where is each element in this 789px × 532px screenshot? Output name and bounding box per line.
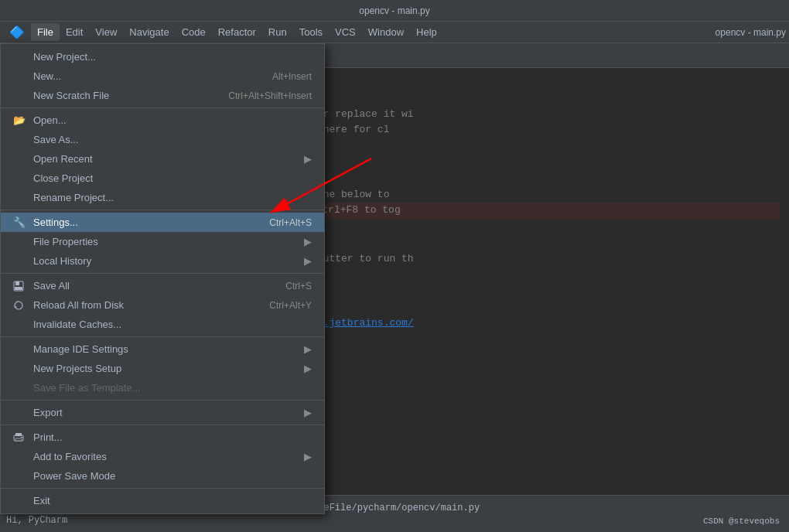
menu-run[interactable]: Run [262,23,293,41]
new-shortcut: Alt+Insert [272,71,312,82]
new-scratch-label: New Scratch File [33,90,109,101]
bottom-line-2: Hi, PyCharm [6,515,783,526]
reload-all-label: Reload All from Disk [33,299,124,311]
local-history-arrow: ▶ [304,255,312,267]
separator-2 [1,210,324,210]
new-scratch-shortcut: Ctrl+Alt+Shift+Insert [228,90,312,101]
invalidate-label: Invalidate Caches... [33,319,121,330]
menu-navigate[interactable]: Navigate [123,23,175,41]
menu-item-settings[interactable]: 🔧 Settings... Ctrl+Alt+S [1,213,324,232]
export-label: Export [33,407,63,418]
menu-item-new-scratch[interactable]: New Scratch File Ctrl+Alt+Shift+Insert [1,86,324,105]
menu-item-manage-ide[interactable]: Manage IDE Settings ▶ [1,339,324,359]
menu-item-file-properties[interactable]: File Properties ▶ [1,232,324,251]
menu-help[interactable]: Help [410,23,443,41]
title-text: opencv - main.py [359,5,429,16]
new-project-label: New Project... [33,51,96,63]
exit-label: Exit [33,495,50,506]
save-as-label: Save As... [33,134,79,145]
menu-item-exit[interactable]: Exit [1,491,324,510]
svg-rect-2 [15,287,22,290]
window-title-right: opencv - main.py [716,27,786,38]
save-template-label: Save File as Template... [33,382,141,394]
menu-edit[interactable]: Edit [60,23,89,41]
power-save-label: Power Save Mode [33,470,115,482]
close-project-label: Close Project [33,172,93,184]
print-label: Print... [33,431,63,443]
menu-item-close-project[interactable]: Close Project [1,169,324,188]
separator-1 [1,107,324,108]
reload-all-icon [13,300,30,311]
svg-rect-6 [21,437,22,438]
menu-bar: 🔷 File Edit View Navigate Code Refactor … [0,22,789,43]
file-properties-arrow: ▶ [304,236,312,247]
menu-tools[interactable]: Tools [293,23,329,41]
manage-ide-label: Manage IDE Settings [33,343,128,355]
local-history-label: Local History [33,255,91,267]
svg-rect-5 [15,438,22,441]
menu-item-new-project[interactable]: New Project... [1,47,324,66]
new-projects-setup-arrow: ▶ [304,363,312,374]
app-icon[interactable]: 🔷 [3,22,31,43]
file-properties-label: File Properties [33,236,98,247]
separator-6 [1,425,324,425]
menu-item-save-all[interactable]: Save All Ctrl+S [1,276,324,295]
menu-item-save-template: Save File as Template... [1,378,324,397]
menu-item-new-projects-setup[interactable]: New Projects Setup ▶ [1,359,324,378]
settings-icon: 🔧 [13,217,30,228]
settings-shortcut: Ctrl+Alt+S [269,217,312,228]
add-favorites-arrow: ▶ [304,451,312,462]
menu-item-add-favorites[interactable]: Add to Favorites ▶ [1,447,324,466]
menu-window[interactable]: Window [362,23,410,41]
menu-code[interactable]: Code [176,23,212,41]
svg-rect-1 [15,281,19,285]
separator-3 [1,273,324,274]
menu-vcs[interactable]: VCS [329,23,362,41]
menu-item-export[interactable]: Export ▶ [1,403,324,422]
menu-item-open-recent[interactable]: Open Recent ▶ [1,149,324,169]
separator-7 [1,488,324,489]
menu-item-new[interactable]: New... Alt+Insert [1,66,324,86]
add-favorites-label: Add to Favorites [33,451,107,462]
manage-ide-arrow: ▶ [304,343,312,355]
reload-all-shortcut: Ctrl+Alt+Y [269,300,312,311]
separator-4 [1,336,324,337]
settings-label: Settings... [33,217,78,228]
new-projects-setup-label: New Projects Setup [33,363,121,374]
title-bar: opencv - main.py [0,0,789,22]
print-icon [13,432,30,443]
save-all-icon [13,281,30,292]
menu-file[interactable]: File [31,23,60,41]
menu-refactor[interactable]: Refactor [212,23,262,41]
separator-5 [1,400,324,401]
open-recent-arrow: ▶ [304,153,312,165]
open-icon: 📂 [13,114,30,126]
open-recent-label: Open Recent [33,153,93,165]
menu-item-rename-project[interactable]: Rename Project... [1,188,324,207]
bottom-credit: CSDN @steveqobs [703,517,780,526]
menu-view[interactable]: View [89,23,123,41]
menu-item-invalidate-caches[interactable]: Invalidate Caches... [1,315,324,334]
svg-rect-4 [15,433,22,436]
new-label: New... [33,70,61,82]
file-dropdown-menu: New Project... New... Alt+Insert New Scr… [0,43,325,514]
menu-item-print[interactable]: Print... [1,428,324,447]
save-all-shortcut: Ctrl+S [285,281,312,292]
menu-item-local-history[interactable]: Local History ▶ [1,251,324,271]
open-label: Open... [33,114,67,126]
menu-item-reload-all[interactable]: Reload All from Disk Ctrl+Alt+Y [1,295,324,315]
export-arrow: ▶ [304,407,312,418]
save-all-label: Save All [33,280,70,292]
menu-item-open[interactable]: 📂 Open... [1,111,324,130]
menu-item-power-save[interactable]: Power Save Mode [1,466,324,486]
menu-item-save-as[interactable]: Save As... [1,130,324,149]
rename-project-label: Rename Project... [33,192,114,203]
